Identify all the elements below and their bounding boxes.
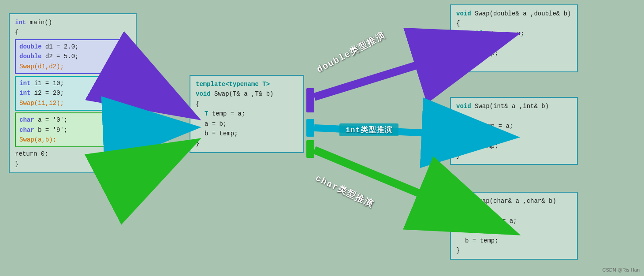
char-open-brace: { (456, 206, 572, 216)
template-signature: void Swap(T& a ,T& b) (196, 89, 298, 99)
purple-bar (306, 88, 314, 112)
green-bar (306, 140, 314, 158)
char-a-eq-b: a = b; (465, 226, 572, 235)
double-a-eq-b: a = b; (465, 38, 572, 48)
main-title: int main() (15, 18, 130, 27)
template-b-eq-temp: b = temp; (205, 129, 298, 138)
template-temp-line: T temp = a; (205, 109, 298, 119)
template-open-brace: { (196, 99, 298, 109)
int-temp-line: int temp = a; (465, 121, 572, 131)
int-body: int temp = a; a = b; b = temp; (456, 121, 572, 151)
double-open-brace: { (456, 19, 572, 28)
char-type-label: char类型推演 (313, 172, 376, 210)
int-close-brace: } (456, 151, 572, 160)
return-line: return 0; (15, 149, 130, 159)
int-type-label: int类型推演 (339, 123, 398, 136)
green-arrow-to-template (137, 145, 187, 172)
char-body: char temp = a; a = b; b = temp; (456, 216, 572, 246)
int-inner-box: int i1 = 10; int i2 = 20; Swap(i1,i2); (15, 76, 130, 111)
int-result-box: void Swap(int& a ,int& b) { int temp = a… (450, 97, 578, 165)
char-inner-box: char a = '0'; char b = '9'; Swap(a,b); (15, 112, 130, 147)
double-b-eq-temp: b = temp; (465, 48, 572, 58)
char-b-eq-temp: b = temp; (465, 236, 572, 246)
char-temp-line: char temp = a; (465, 216, 572, 226)
double-close-brace: } (456, 58, 572, 68)
double-result-box: void Swap(double& a ,double& b) { double… (450, 4, 578, 72)
int-b-eq-temp: b = temp; (465, 141, 572, 151)
template-function-box: template<typename T> void Swap(T& a ,T& … (190, 75, 304, 153)
int-keyword: int (15, 19, 26, 26)
double-d2-line: double d2 = 5.0; (19, 52, 126, 61)
char-result-box: void Swap(char& a ,char& b) { char temp … (450, 192, 578, 260)
watermark: CSDN @Ris Han (602, 267, 640, 272)
template-close-brace: } (196, 138, 298, 148)
template-a-eq-b: a = b; (205, 119, 298, 129)
double-type-label: double类型推演 (315, 29, 387, 75)
purple-arrow-to-template (137, 84, 187, 112)
char-close-brace: } (456, 246, 572, 255)
double-body: double temp = a; a = b; b = temp; (456, 29, 572, 58)
int-i2-line: int i2 = 20; (19, 88, 126, 98)
char-b-line: char b = '9'; (19, 125, 126, 135)
swap-i1i2-line: Swap(i1,i2); (19, 98, 126, 108)
double-header: void Swap(double& a ,double& b) (456, 9, 572, 19)
main-signature: main() (26, 19, 52, 26)
close-brace: } (15, 159, 130, 169)
int-i1-line: int i1 = 10; (19, 78, 126, 88)
char-a-line: char a = '0'; (19, 115, 126, 125)
double-d1-line: double d1 = 2.0; (19, 42, 126, 52)
main-function-box: int main() { double d1 = 2.0; double d2 … (9, 13, 137, 173)
teal-arrow-to-template (137, 128, 187, 130)
int-open-brace: { (456, 111, 572, 121)
open-brace: { (15, 27, 130, 37)
template-header: template<typename T> (196, 79, 298, 89)
int-header: void Swap(int& a ,int& b) (456, 101, 572, 111)
double-inner-box: double d1 = 2.0; double d2 = 5.0; Swap(d… (15, 39, 130, 74)
int-a-eq-b: a = b; (465, 131, 572, 141)
swap-ab-line: Swap(a,b); (19, 135, 126, 145)
double-temp-line: double temp = a; (465, 29, 572, 38)
swap-d1d2-line: Swap(d1,d2); (19, 62, 126, 71)
teal-bar (306, 119, 314, 137)
template-body: T temp = a; a = b; b = temp; (196, 109, 298, 138)
char-header: void Swap(char& a ,char& b) (456, 196, 572, 206)
